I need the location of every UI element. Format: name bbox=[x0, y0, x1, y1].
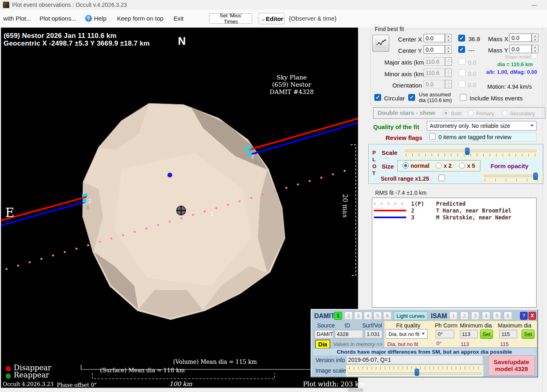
help-icon[interactable]: ? bbox=[85, 15, 92, 22]
ab-dmag-readout: a/b: 1.00, dMag: 0.00 bbox=[486, 69, 537, 75]
scale-slider-track[interactable] bbox=[405, 150, 537, 152]
window-title: Plot event observations : Occult v.4.202… bbox=[12, 2, 127, 8]
fit-quality-select[interactable]: Dia, but no fit bbox=[386, 329, 428, 339]
circular-checkbox[interactable] bbox=[374, 94, 381, 101]
center-x-checkbox[interactable] bbox=[458, 35, 465, 42]
scale-label: Scale bbox=[382, 149, 397, 156]
damit-close-button[interactable]: X bbox=[528, 312, 536, 320]
list-item[interactable]: 2 T Haran, near Broomfiel bbox=[374, 207, 536, 213]
use-assumed-label-line2: dia (110.6 km) bbox=[419, 97, 452, 103]
min-dia-cell: 113 bbox=[460, 330, 478, 338]
observer-number: 3 bbox=[411, 214, 436, 221]
major-axis-fit-value: 0.0 bbox=[468, 59, 476, 66]
form-opacity-slider[interactable] bbox=[482, 172, 541, 182]
plot-width-label: Plot width: 203 km bbox=[303, 380, 365, 388]
isam-model-1-button[interactable]: 1 bbox=[449, 312, 457, 320]
chevron-down-icon bbox=[422, 333, 425, 335]
damit-model-1-button[interactable]: 1 bbox=[334, 312, 342, 320]
mass-x-input[interactable] bbox=[509, 33, 532, 42]
mas-scale-label: 20 mas bbox=[341, 194, 349, 217]
center-y-input[interactable] bbox=[424, 45, 445, 54]
scale-slider[interactable] bbox=[403, 147, 539, 157]
major-axis-checkbox bbox=[459, 58, 466, 65]
center-y-spinner[interactable]: ▲▼ bbox=[445, 45, 452, 54]
set-max-dia-button[interactable]: Set bbox=[522, 329, 534, 339]
center-y-label: Center Y bbox=[387, 47, 422, 54]
find-best-fit-label: Find best fit bbox=[373, 26, 405, 32]
quality-of-fit-select[interactable]: Astrometry only. No reliable size bbox=[427, 121, 537, 131]
mass-y-spinner[interactable]: ▲▼ bbox=[532, 45, 539, 53]
review-flags-checkbox[interactable] bbox=[429, 133, 436, 140]
observer-name: M Skrutskie, near Neder bbox=[436, 214, 512, 221]
fit-plot-button[interactable] bbox=[372, 35, 389, 52]
dia-button[interactable]: Dia bbox=[315, 340, 330, 349]
orientation-fit-value: 0.0 bbox=[468, 81, 476, 88]
chord-2-right bbox=[249, 119, 358, 150]
light-curves-button[interactable]: Light curves bbox=[394, 311, 428, 320]
scroll-range-checkbox[interactable] bbox=[438, 175, 445, 181]
scale-slider-thumb[interactable] bbox=[465, 148, 470, 155]
app-icon bbox=[3, 2, 9, 8]
source-column-header: Source bbox=[317, 322, 335, 329]
observer-list[interactable]: 1(P) Predicted 2 T Haran, near Broomfiel… bbox=[372, 198, 537, 308]
menu-exit[interactable]: Exit bbox=[173, 15, 184, 22]
observer-time-label: {Observer & time} bbox=[289, 15, 336, 22]
isam-model-5-button[interactable]: 5 bbox=[493, 312, 501, 320]
damit-model-6-button[interactable]: 6 bbox=[383, 312, 391, 320]
memory-ph-corrn: 0° bbox=[436, 340, 441, 346]
damit-model-5-button[interactable]: 5 bbox=[374, 312, 382, 320]
minimize-button[interactable]: — bbox=[527, 1, 541, 9]
image-scale-slider[interactable] bbox=[346, 365, 483, 377]
sky-plane-plot[interactable]: 1 2 3 2 3 (659) Nestor 2026 Jan 11 110.6… bbox=[1, 27, 358, 388]
size-normal-radio[interactable] bbox=[403, 163, 409, 169]
damit-help-button[interactable]: ? bbox=[520, 312, 528, 320]
phase-offset-label: Phase offset 0° bbox=[57, 382, 97, 388]
save-update-button[interactable]: Save/update model 4328 bbox=[488, 355, 535, 375]
max-dia-column-header: Maximum dia bbox=[498, 322, 531, 329]
plot-version-label: Occult 4.2026.3.23 bbox=[3, 381, 54, 387]
menu-help[interactable]: Help bbox=[94, 15, 106, 22]
horizontal-scrollbar-thumb[interactable] bbox=[348, 388, 363, 392]
center-x-input[interactable] bbox=[424, 34, 445, 42]
center-y-fit-value: --- bbox=[468, 47, 474, 54]
chord2-line-swatch bbox=[374, 210, 411, 211]
size-x2-radio[interactable] bbox=[436, 163, 442, 169]
center-x-spinner[interactable]: ▲▼ bbox=[445, 34, 452, 42]
isam-model-2-button[interactable]: 2 bbox=[460, 312, 468, 320]
center-y-checkbox[interactable] bbox=[458, 46, 465, 53]
list-item[interactable]: 1(P) Predicted bbox=[374, 200, 536, 206]
isam-model-6-button[interactable]: 6 bbox=[504, 312, 512, 320]
size-x5-radio[interactable] bbox=[459, 163, 465, 169]
minor-axis-checkbox bbox=[459, 69, 466, 76]
disappear-dot-icon bbox=[6, 366, 11, 371]
orientation-label: Orientation bbox=[384, 82, 422, 89]
version-info-field[interactable] bbox=[346, 355, 483, 364]
menu-plot-options[interactable]: Plot options... bbox=[40, 15, 76, 22]
form-opacity-track[interactable] bbox=[484, 175, 539, 177]
list-item[interactable]: 3 M Skrutskie, near Neder bbox=[374, 214, 536, 220]
form-opacity-thumb[interactable] bbox=[533, 173, 538, 180]
reappear-label: Reappear bbox=[14, 371, 49, 379]
damit-model-3-button[interactable]: 3 bbox=[354, 312, 362, 320]
damit-model-2-button[interactable]: 2 bbox=[344, 312, 353, 320]
set-min-dia-button[interactable]: Set bbox=[480, 329, 493, 339]
menu-with-plot[interactable]: with Plot... bbox=[3, 15, 31, 22]
isam-model-3-button[interactable]: 3 bbox=[471, 312, 479, 320]
double-stars-primary-label: Primary bbox=[476, 111, 494, 117]
mass-x-label: Mass X bbox=[488, 35, 508, 42]
include-miss-checkbox[interactable] bbox=[460, 94, 467, 101]
scale-slider-ticks bbox=[406, 154, 536, 156]
menu-keep-on-top[interactable]: Keep form on top bbox=[117, 15, 163, 22]
damit-model-4-button[interactable]: 4 bbox=[364, 312, 372, 320]
isam-label: ISAM bbox=[431, 313, 447, 320]
mass-x-spinner[interactable]: ▲▼ bbox=[532, 33, 539, 42]
use-assumed-dia-checkbox[interactable] bbox=[408, 94, 415, 101]
plot-header-line1: (659) Nestor 2026 Jan 11 110.6 km bbox=[4, 32, 117, 40]
isam-model-4-button[interactable]: 4 bbox=[482, 312, 490, 320]
set-miss-times-button[interactable]: Set 'Miss' Times bbox=[209, 13, 252, 24]
editor-button[interactable]: →Editor bbox=[259, 13, 284, 24]
mass-y-input[interactable] bbox=[509, 45, 532, 53]
minor-axis-fit-value: 0.0 bbox=[468, 70, 476, 77]
image-scale-thumb[interactable] bbox=[415, 369, 419, 376]
chord-2-right-label: 2 bbox=[251, 153, 254, 159]
